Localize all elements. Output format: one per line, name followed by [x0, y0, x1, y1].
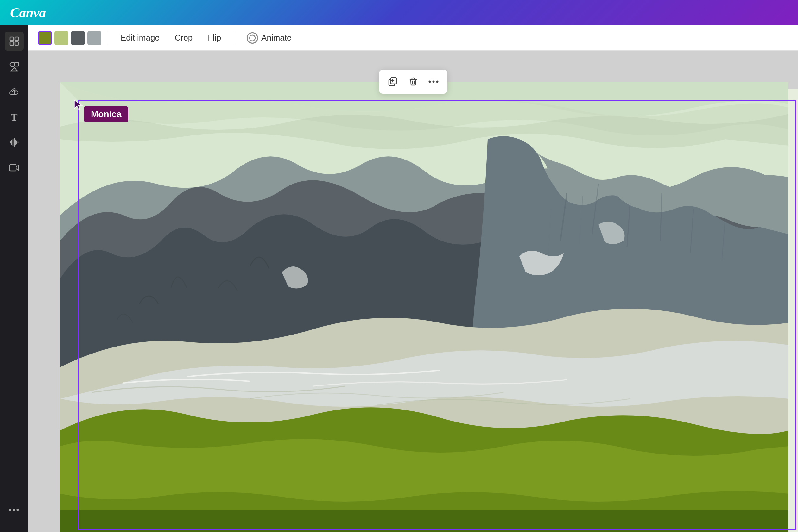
collaborator-label: Monica [84, 106, 128, 122]
svg-point-18 [429, 81, 431, 83]
sidebar-item-text[interactable]: T [5, 108, 24, 127]
animate-button[interactable]: Animate [240, 29, 298, 47]
canvas-area[interactable]: Monica [29, 51, 798, 532]
logo: Canva [10, 5, 45, 21]
color-swatch-4[interactable] [87, 31, 101, 45]
header: Canva [0, 0, 798, 25]
color-swatch-2[interactable] [54, 31, 69, 45]
animate-icon [247, 32, 258, 44]
svg-rect-3 [15, 42, 18, 45]
float-actions-bar [379, 70, 447, 94]
color-swatch-3[interactable] [71, 31, 85, 45]
svg-marker-6 [11, 68, 17, 71]
copy-frame-button[interactable] [384, 73, 402, 91]
edit-image-button[interactable]: Edit image [114, 30, 166, 46]
svg-rect-0 [10, 37, 14, 40]
cursor-indicator [74, 100, 83, 109]
sidebar: T ••• [0, 25, 29, 532]
svg-marker-11 [74, 100, 82, 110]
svg-rect-10 [60, 510, 788, 532]
sidebar-item-more[interactable]: ••• [5, 500, 24, 519]
svg-rect-1 [15, 37, 18, 40]
crop-button[interactable]: Crop [168, 30, 199, 46]
toolbar-divider-1 [108, 31, 108, 45]
sidebar-item-video[interactable] [5, 158, 24, 177]
mountain-illustration [60, 82, 798, 532]
sidebar-item-elements[interactable] [5, 57, 24, 76]
svg-rect-5 [15, 62, 18, 66]
svg-point-19 [432, 81, 435, 83]
sidebar-item-audio[interactable] [5, 133, 24, 152]
more-options-button[interactable] [425, 73, 442, 91]
sidebar-item-upload[interactable] [5, 82, 24, 101]
animate-label: Animate [261, 33, 291, 43]
delete-button[interactable] [404, 73, 422, 91]
color-swatch-1[interactable] [38, 31, 52, 45]
svg-rect-7 [10, 165, 16, 171]
sidebar-item-templates[interactable] [5, 32, 24, 51]
svg-point-4 [10, 62, 15, 67]
svg-point-20 [437, 81, 439, 83]
flip-button[interactable]: Flip [201, 30, 227, 46]
svg-rect-2 [10, 42, 14, 45]
toolbar: Edit image Crop Flip Animate [29, 25, 798, 51]
